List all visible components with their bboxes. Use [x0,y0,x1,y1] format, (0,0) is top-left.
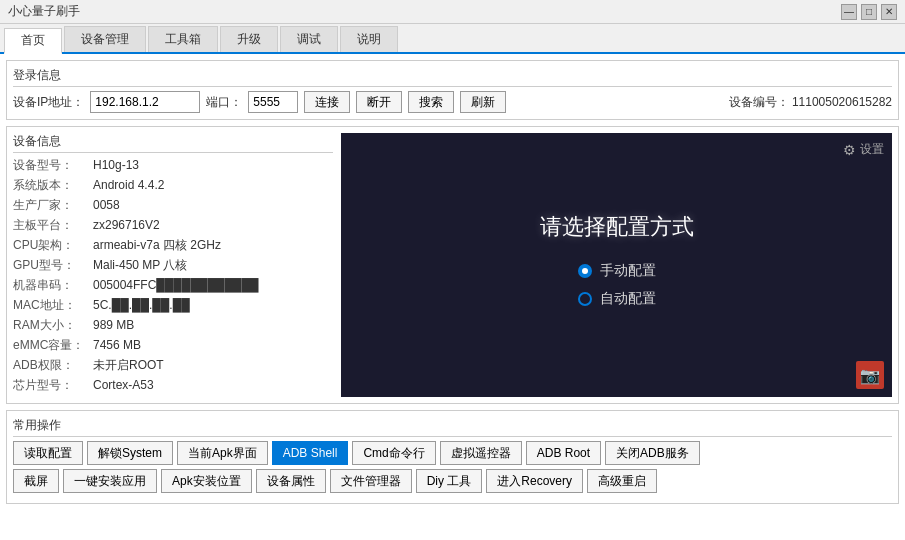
info-key: 主板平台： [13,217,93,234]
refresh-button[interactable]: 刷新 [460,91,506,113]
main-content: 登录信息 设备IP地址： 端口： 连接 断开 搜索 刷新 设备编号： 11100… [0,54,905,540]
op-button-Cmd命令行[interactable]: Cmd命令行 [352,441,435,465]
auto-config-radio[interactable] [578,292,592,306]
info-row: 设备型号：H10g-13 [13,157,333,174]
info-value: 7456 MB [93,338,141,352]
info-row: CPU架构：armeabi-v7a 四核 2GHz [13,237,333,254]
op-button-设备属性[interactable]: 设备属性 [256,469,326,493]
info-row: MAC地址：5C.██.██.██.██ [13,297,333,314]
gear-icon: ⚙ [843,142,856,158]
info-value: 989 MB [93,318,134,332]
tab-bar: 首页 设备管理 工具箱 升级 调试 说明 [0,24,905,54]
device-info-rows: 设备型号：H10g-13系统版本：Android 4.4.2生产厂家：0058主… [13,157,333,394]
settings-button[interactable]: ⚙ 设置 [843,141,884,158]
device-id: 设备编号： 111005020615282 [729,94,892,111]
device-id-label: 设备编号： [729,95,789,109]
tab-debug[interactable]: 调试 [280,26,338,52]
info-row: GPU型号：Mali-450 MP 八核 [13,257,333,274]
info-value: Android 4.4.2 [93,178,164,192]
ops-row-1: 读取配置解锁System当前Apk界面ADB ShellCmd命令行虚拟遥控器A… [13,441,892,465]
info-value: Cortex-A53 [93,378,154,392]
info-row: 芯片型号：Cortex-A53 [13,377,333,394]
info-section: 设备信息 设备型号：H10g-13系统版本：Android 4.4.2生产厂家：… [6,126,899,404]
ops-section-label: 常用操作 [13,417,892,437]
close-button[interactable]: ✕ [881,4,897,20]
manual-config-label: 手动配置 [600,262,656,280]
device-info: 设备信息 设备型号：H10g-13系统版本：Android 4.4.2生产厂家：… [13,133,333,397]
search-button[interactable]: 搜索 [408,91,454,113]
ops-row-2: 截屏一键安装应用Apk安装位置设备属性文件管理器Diy 工具进入Recovery… [13,469,892,493]
info-value: zx296716V2 [93,218,160,232]
minimize-button[interactable]: — [841,4,857,20]
auto-config-option[interactable]: 自动配置 [578,290,656,308]
op-button-Diy-工具[interactable]: Diy 工具 [416,469,483,493]
info-key: 芯片型号： [13,377,93,394]
op-button-一键安装应用[interactable]: 一键安装应用 [63,469,157,493]
info-value: 0058 [93,198,120,212]
op-button-高级重启[interactable]: 高级重启 [587,469,657,493]
title-bar: 小心量子刷手 — □ ✕ [0,0,905,24]
device-info-label: 设备信息 [13,133,333,153]
info-key: 系统版本： [13,177,93,194]
op-button-截屏[interactable]: 截屏 [13,469,59,493]
info-value: 5C.██.██.██.██ [93,298,190,312]
config-panel: ⚙ 设置 请选择配置方式 手动配置 自动配置 📷 [341,133,892,397]
op-button-文件管理器[interactable]: 文件管理器 [330,469,412,493]
device-id-value: 111005020615282 [792,95,892,109]
tab-toolbox[interactable]: 工具箱 [148,26,218,52]
info-key: ADB权限： [13,357,93,374]
connect-button[interactable]: 连接 [304,91,350,113]
tab-upgrade[interactable]: 升级 [220,26,278,52]
info-key: 设备型号： [13,157,93,174]
manual-config-option[interactable]: 手动配置 [578,262,656,280]
op-button-ADB-Shell[interactable]: ADB Shell [272,441,349,465]
info-key: 生产厂家： [13,197,93,214]
info-value: armeabi-v7a 四核 2GHz [93,238,221,252]
auto-config-label: 自动配置 [600,290,656,308]
manual-config-radio[interactable] [578,264,592,278]
info-row: 主板平台：zx296716V2 [13,217,333,234]
info-value: 005004FFC████████████ [93,278,258,292]
tab-home[interactable]: 首页 [4,28,62,54]
info-key: 机器串码： [13,277,93,294]
disconnect-button[interactable]: 断开 [356,91,402,113]
info-key: CPU架构： [13,237,93,254]
op-button-虚拟遥控器[interactable]: 虚拟遥控器 [440,441,522,465]
op-button-解锁System[interactable]: 解锁System [87,441,173,465]
ops-section: 常用操作 读取配置解锁System当前Apk界面ADB ShellCmd命令行虚… [6,410,899,504]
port-label: 端口： [206,94,242,111]
info-row: 机器串码：005004FFC████████████ [13,277,333,294]
info-value: 未开启ROOT [93,358,164,372]
ip-label: 设备IP地址： [13,94,84,111]
settings-label: 设置 [860,141,884,158]
app-title: 小心量子刷手 [8,3,80,20]
info-row: eMMC容量：7456 MB [13,337,333,354]
ip-input[interactable] [90,91,200,113]
window-controls: — □ ✕ [841,4,897,20]
op-button-ADB-Root[interactable]: ADB Root [526,441,601,465]
login-section-label: 登录信息 [13,67,892,87]
login-section: 登录信息 设备IP地址： 端口： 连接 断开 搜索 刷新 设备编号： 11100… [6,60,899,120]
info-key: MAC地址： [13,297,93,314]
info-row: RAM大小：989 MB [13,317,333,334]
tab-about[interactable]: 说明 [340,26,398,52]
maximize-button[interactable]: □ [861,4,877,20]
port-input[interactable] [248,91,298,113]
tab-device-mgmt[interactable]: 设备管理 [64,26,146,52]
info-row: ADB权限：未开启ROOT [13,357,333,374]
op-button-关闭ADB服务[interactable]: 关闭ADB服务 [605,441,700,465]
info-value: H10g-13 [93,158,139,172]
info-row: 生产厂家：0058 [13,197,333,214]
info-key: eMMC容量： [13,337,93,354]
login-row: 设备IP地址： 端口： 连接 断开 搜索 刷新 设备编号： 1110050206… [13,91,892,113]
corner-icon: 📷 [856,361,884,389]
radio-dot [582,268,588,274]
info-row: 系统版本：Android 4.4.2 [13,177,333,194]
info-value: Mali-450 MP 八核 [93,258,187,272]
op-button-当前Apk界面[interactable]: 当前Apk界面 [177,441,268,465]
info-key: GPU型号： [13,257,93,274]
op-button-Apk安装位置[interactable]: Apk安装位置 [161,469,252,493]
op-button-进入Recovery[interactable]: 进入Recovery [486,469,583,493]
op-button-读取配置[interactable]: 读取配置 [13,441,83,465]
config-title: 请选择配置方式 [540,212,694,242]
